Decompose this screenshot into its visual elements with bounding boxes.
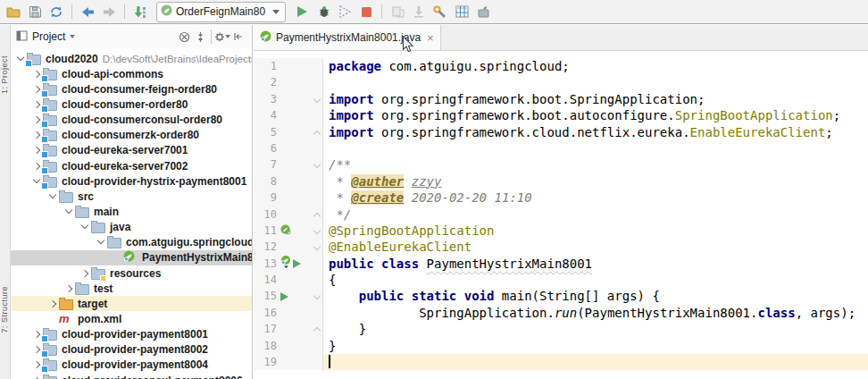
code-line-text[interactable]: } [323, 321, 868, 337]
editor-gutter[interactable]: 2 [254, 74, 323, 90]
spring-bean-icon[interactable] [280, 256, 291, 272]
fold-marker-icon[interactable] [313, 243, 321, 250]
tree-item[interactable]: mpom.xml [11, 311, 252, 326]
code-line-text[interactable]: * @create 2020-02-20 11:10 [323, 190, 868, 206]
project-panel-title[interactable]: Project [32, 30, 65, 43]
editor-gutter[interactable]: 3 [254, 91, 323, 107]
editor-gutter[interactable]: 9 [254, 190, 323, 206]
code-line-text[interactable]: */ [323, 206, 868, 223]
editor-gutter[interactable]: 1 [254, 58, 323, 74]
code-line[interactable]: 3import org.springframework.boot.SpringA… [254, 91, 868, 107]
run-with-coverage-icon[interactable] [334, 2, 355, 21]
code-line[interactable]: 13public class PaymentHystrixMain8001 [254, 256, 868, 272]
editor-gutter[interactable]: 6 [254, 140, 323, 156]
synchronize-icon[interactable] [46, 2, 67, 21]
editor-gutter[interactable]: 5 [254, 124, 323, 140]
code-line-text[interactable]: @SpringBootApplication [323, 223, 868, 239]
code-line[interactable]: 7/** [254, 156, 868, 173]
code-line-text[interactable] [323, 354, 868, 370]
editor-gutter[interactable]: 16 [254, 305, 323, 321]
tree-item[interactable]: test [11, 281, 252, 296]
fold-marker-icon[interactable] [313, 292, 321, 299]
editor-gutter[interactable]: 4 [254, 107, 323, 123]
run-gutter-icon[interactable] [280, 292, 288, 301]
debug-icon[interactable] [313, 2, 334, 21]
chevron-right-icon[interactable] [79, 268, 91, 279]
tree-item[interactable]: cloud-providerconsul-payment8006 [11, 373, 252, 379]
chevron-right-icon[interactable] [63, 283, 75, 294]
code-line[interactable]: 14{ [254, 272, 868, 288]
editor-gutter[interactable]: 11 [254, 223, 323, 239]
editor-gutter[interactable]: 10 [254, 206, 323, 223]
tree-item[interactable]: src [11, 189, 252, 204]
code-line-text[interactable]: } [323, 338, 868, 354]
tree-item[interactable]: java [11, 220, 252, 235]
tree-item[interactable]: cloud-eureka-server7001 [11, 143, 252, 158]
forward-icon[interactable] [98, 2, 120, 21]
open-folder-icon[interactable] [3, 2, 24, 21]
fold-marker-icon[interactable] [313, 96, 321, 103]
tree-item[interactable]: resources [11, 265, 252, 281]
tree-item[interactable]: target [11, 296, 252, 311]
code-line-text[interactable]: public static void main(String[] args) { [323, 288, 868, 304]
chevron-down-icon[interactable] [79, 222, 91, 232]
fold-marker-icon[interactable] [313, 327, 321, 334]
code-line-text[interactable]: import org.springframework.cloud.netflix… [323, 124, 868, 140]
code-line[interactable]: 18} [254, 338, 868, 354]
stop-icon[interactable] [355, 2, 377, 21]
collapse-all-icon[interactable] [192, 29, 208, 45]
editor-gutter[interactable]: 19 [254, 354, 323, 370]
tool-window-button-project[interactable]: 1: Project [0, 55, 9, 94]
maven-toolbox-icon[interactable] [472, 2, 494, 21]
editor-gutter[interactable]: 13 [254, 256, 323, 272]
fold-marker-icon[interactable] [313, 212, 321, 219]
save-all-icon[interactable] [24, 2, 46, 21]
code-editor[interactable]: 1package com.atguigu.springcloud;23impor… [254, 51, 868, 370]
fold-marker-icon[interactable] [313, 130, 321, 137]
editor-gutter[interactable]: 12 [254, 239, 323, 255]
dump-threads-icon[interactable] [408, 2, 430, 21]
code-line[interactable]: 16 SpringApplication.run(PaymentHystrixM… [254, 305, 868, 321]
settings-wrench-icon[interactable] [430, 2, 451, 21]
run-icon[interactable] [291, 2, 313, 21]
show-running-icon[interactable] [387, 2, 408, 21]
code-line[interactable]: 17 } [254, 321, 868, 337]
editor-gutter[interactable]: 14 [254, 272, 323, 288]
tree-item[interactable]: cloud-consumerconsul-order80 [11, 113, 252, 128]
code-line-text[interactable]: package com.atguigu.springcloud; [323, 58, 868, 74]
code-line-text[interactable]: @EnableEurekaClient [323, 239, 868, 255]
back-icon[interactable] [77, 2, 98, 21]
update-project-icon[interactable] [129, 2, 151, 21]
code-line-text[interactable] [323, 74, 868, 90]
gear-icon[interactable] [214, 29, 230, 45]
code-line-text[interactable] [323, 140, 868, 156]
tree-item[interactable]: cloud-consumer-feign-order80 [11, 81, 252, 97]
code-line[interactable]: 6 [254, 140, 868, 156]
tree-item[interactable]: cloud-provider-hystrix-payment8001 [11, 173, 252, 189]
run-gutter-icon[interactable] [293, 259, 301, 268]
code-line-text[interactable]: SpringApplication.run(PaymentHystrixMain… [323, 305, 868, 321]
code-line-text[interactable]: * @auther zzyy [323, 173, 868, 190]
run-configuration-select[interactable]: OrderFeignMain80 [156, 2, 286, 22]
editor-gutter[interactable]: 15 [254, 288, 323, 304]
code-line[interactable]: 4import org.springframework.boot.autocon… [254, 107, 868, 123]
locate-icon[interactable] [176, 29, 192, 45]
code-line[interactable]: 9 * @create 2020-02-20 11:10 [254, 190, 868, 206]
spring-boot-gutter-icon[interactable] [280, 223, 291, 239]
chevron-down-icon[interactable] [46, 191, 59, 202]
code-line[interactable]: 19 [254, 354, 868, 370]
tool-window-button-structure[interactable]: 7: Structure [0, 286, 9, 333]
code-line[interactable]: 10 */ [254, 206, 868, 223]
code-line[interactable]: 15 public static void main(String[] args… [254, 288, 868, 304]
tree-item[interactable]: cloud-consumer-order80 [11, 97, 252, 112]
hide-panel-icon[interactable] [230, 29, 246, 45]
code-line[interactable]: 8 * @auther zzyy [254, 173, 868, 190]
tree-item[interactable]: main [11, 204, 252, 219]
tree-item[interactable]: cloud-provider-payment8002 [11, 342, 252, 358]
code-line-text[interactable]: import org.springframework.boot.SpringAp… [323, 91, 868, 107]
code-line[interactable]: 12@EnableEurekaClient [254, 239, 868, 255]
code-line[interactable]: 11@SpringBootApplication [254, 223, 868, 239]
tree-item[interactable]: cloud-provider-payment8004 [11, 358, 252, 373]
code-line-text[interactable]: /** [323, 156, 868, 173]
code-line-text[interactable]: { [323, 272, 868, 288]
